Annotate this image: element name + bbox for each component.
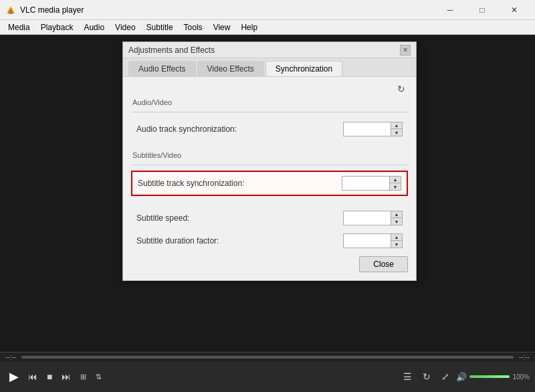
time-right: --:-- [519,353,530,361]
time-left: --:-- [5,353,16,361]
menu-audio[interactable]: Audio [78,20,110,35]
subtitle-sync-up[interactable]: ▲ [390,177,401,183]
playlist-button[interactable]: ☰ [399,369,416,385]
dialog-body: ↻ Audio/Video Audio track synchronizatio… [123,77,416,280]
subtitle-sync-arrows: ▲ ▼ [389,177,401,190]
main-area: Adjustments and Effects ✕ Audio Effects … [0,35,535,352]
volume-percent: 100% [512,373,530,381]
subtitle-duration-down[interactable]: ▼ [391,241,402,248]
svg-rect-2 [9,13,13,14]
subtitle-speed-label: Subtitle speed: [136,213,189,223]
subtitle-sync-spinbox: 0.000 s ▲ ▼ [342,176,401,191]
bottom-bar: --:-- --:-- ▶ ⏮ ■ ⏭ ⊞ ⇅ ☰ ↻ ⤢ 🔊 100% [0,352,535,392]
audio-sync-spinbox: 0.000 s ▲ ▼ [343,122,403,136]
subtitle-duration-up[interactable]: ▲ [391,234,402,241]
frame-button[interactable]: ⊞ [76,370,90,384]
audio-video-divider [131,112,408,112]
stop-button[interactable]: ■ [43,369,56,385]
adjustments-effects-dialog: Adjustments and Effects ✕ Audio Effects … [122,41,417,281]
menu-view[interactable]: View [208,20,236,35]
audio-sync-down[interactable]: ▼ [391,129,402,136]
audio-sync-input[interactable]: 0.000 s [344,122,391,136]
subtitles-video-section-label: Subtitles/Video [131,151,408,159]
audio-sync-row: Audio track synchronization: 0.000 s ▲ ▼ [131,118,408,140]
subtitle-speed-row: Subtitle speed: 1.000 fps ▲ ▼ [131,207,408,229]
toggle-button[interactable]: ⇅ [92,370,106,384]
subtitle-sync-down[interactable]: ▼ [390,183,401,190]
close-button[interactable]: ✕ [499,0,530,20]
menu-help[interactable]: Help [235,20,263,35]
subtitle-speed-input[interactable]: 1.000 fps [344,211,391,225]
app-title: VLC media player [20,5,435,15]
refresh-button[interactable]: ↻ [395,82,408,96]
tab-synchronization[interactable]: Synchronization [265,61,342,76]
dialog-title: Adjustments and Effects [128,45,215,55]
audio-sync-arrows: ▲ ▼ [391,122,402,136]
menu-tools[interactable]: Tools [179,20,208,35]
progress-bar-area: --:-- --:-- [0,353,535,362]
progress-track[interactable] [21,356,514,359]
next-button[interactable]: ⏭ [58,369,75,385]
subtitles-video-divider [131,165,408,165]
subtitle-speed-arrows: ▲ ▼ [391,211,402,225]
close-dialog-button[interactable]: Close [359,256,408,272]
play-button[interactable]: ▶ [5,367,23,387]
subtitle-duration-input[interactable]: 0.000 [344,234,391,248]
app-icon [5,5,16,15]
maximize-button[interactable]: □ [467,0,498,20]
volume-bar[interactable] [469,375,510,378]
subtitle-duration-row: Subtitle duration factor: 0.000 ▲ ▼ [131,229,408,252]
subtitle-duration-label: Subtitle duration factor: [136,236,219,246]
subtitle-duration-arrows: ▲ ▼ [391,234,402,248]
dialog-title-bar: Adjustments and Effects ✕ [123,42,416,58]
audio-sync-label: Audio track synchronization: [136,124,237,134]
subtitle-speed-spinbox: 1.000 fps ▲ ▼ [343,211,403,225]
volume-area: 🔊 100% [456,372,530,382]
random-button[interactable]: ⤢ [437,369,453,385]
menu-video[interactable]: Video [110,20,140,35]
menu-subtitle[interactable]: Subtitle [141,20,179,35]
loop-button[interactable]: ↻ [419,369,435,385]
minimize-button[interactable]: ─ [435,0,465,20]
subtitle-sync-input[interactable]: 0.000 s [342,177,389,190]
tab-audio-effects[interactable]: Audio Effects [128,61,196,76]
title-bar: VLC media player ─ □ ✕ [0,0,535,20]
subtitle-sync-label: Subtitle track synchronization: [138,179,244,188]
refresh-row: ↻ [131,82,408,96]
subtitle-sync-row: Subtitle track synchronization: 0.000 s … [131,171,408,196]
menu-media[interactable]: Media [3,20,35,35]
volume-icon: 🔊 [456,372,467,382]
dialog-close-icon[interactable]: ✕ [400,45,411,56]
subtitle-speed-up[interactable]: ▲ [391,211,402,218]
tabs-container: Audio Effects Video Effects Synchronizat… [123,58,416,77]
right-controls: ☰ ↻ ⤢ 🔊 100% [399,369,530,385]
prev-button[interactable]: ⏮ [24,369,41,385]
tab-video-effects[interactable]: Video Effects [197,61,264,76]
controls-row: ▶ ⏮ ■ ⏭ ⊞ ⇅ ☰ ↻ ⤢ 🔊 100% [0,362,535,392]
volume-fill [469,375,510,378]
menu-bar: Media Playback Audio Video Subtitle Tool… [0,20,535,35]
left-controls: ▶ ⏮ ■ ⏭ ⊞ ⇅ [5,367,106,387]
audio-sync-up[interactable]: ▲ [391,122,402,129]
close-row: Close [131,252,408,272]
window-controls: ─ □ ✕ [435,0,530,20]
audio-video-section-label: Audio/Video [131,98,408,106]
subtitle-duration-spinbox: 0.000 ▲ ▼ [343,233,403,248]
menu-playback[interactable]: Playback [35,20,79,35]
subtitle-speed-down[interactable]: ▼ [391,218,402,225]
